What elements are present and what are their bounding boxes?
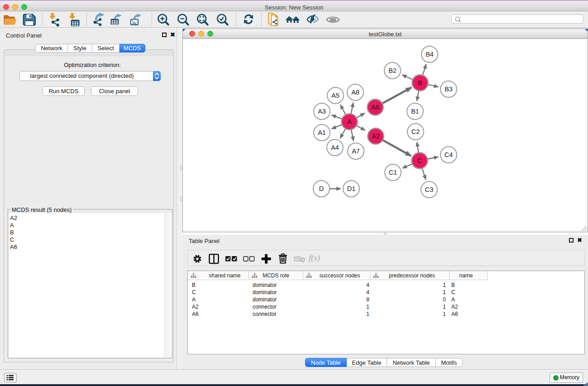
svg-text:C4: C4 (445, 151, 453, 158)
svg-text:C: C (417, 157, 422, 164)
svg-text:A7: A7 (352, 148, 360, 155)
svg-text:A2: A2 (372, 133, 380, 140)
svg-text:A5: A5 (331, 92, 339, 99)
svg-text:A4: A4 (331, 144, 339, 151)
svg-text:C3: C3 (425, 186, 434, 193)
svg-text:A8: A8 (351, 89, 359, 96)
svg-text:D1: D1 (347, 185, 356, 192)
svg-text:B: B (418, 79, 422, 86)
svg-text:B4: B4 (425, 51, 434, 58)
svg-text:B2: B2 (388, 67, 397, 74)
svg-text:C2: C2 (411, 128, 420, 135)
svg-text:A6: A6 (371, 104, 379, 111)
svg-text:B3: B3 (445, 86, 453, 93)
svg-text:A1: A1 (318, 129, 326, 136)
svg-text:A3: A3 (318, 108, 326, 115)
svg-text:D: D (319, 185, 324, 192)
svg-text:A: A (347, 118, 352, 125)
svg-text:B1: B1 (411, 108, 419, 115)
svg-text:C1: C1 (389, 169, 397, 176)
